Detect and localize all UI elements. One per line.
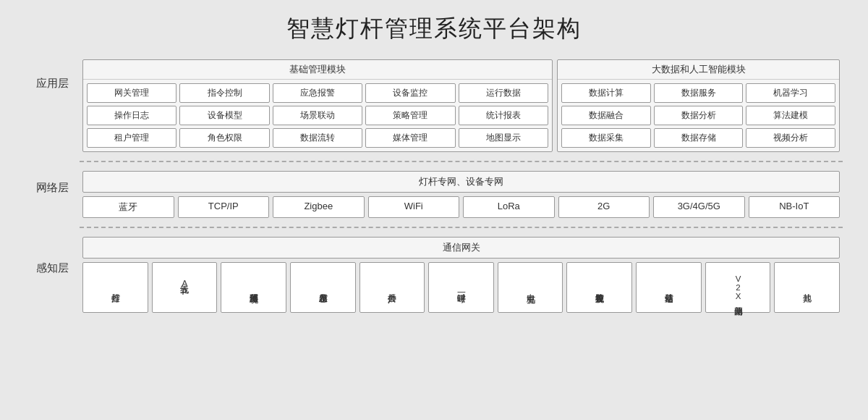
basic-module-cell: 角色权限 <box>179 128 269 148</box>
perception-cell: 视频监控设备 <box>566 262 632 313</box>
network-cell: Zigbee <box>273 196 365 218</box>
perception-layer: 感知层 通信网关 灯控器无线AP环境监测传感器信息发布屏公共广播一键呼叫充电桩视… <box>25 232 843 317</box>
perception-cell: V2X路侧单元 <box>705 262 771 313</box>
divider-2 <box>80 227 843 228</box>
network-layer: 网络层 灯杆专网、设备专网 蓝牙TCP/IPZigbeeWiFiLoRa2G3G… <box>25 167 843 222</box>
basic-module-cell: 数据流转 <box>273 128 362 148</box>
perception-layer-label: 感知层 <box>25 232 80 275</box>
page-title: 智慧灯杆管理系统平台架构 <box>286 0 582 55</box>
perception-cell: 公共广播 <box>359 262 425 313</box>
bigdata-module-cell: 数据采集 <box>561 128 651 148</box>
perception-cell: 信息发布屏 <box>290 262 356 313</box>
bigdata-module-cell: 数据计算 <box>561 83 651 103</box>
basic-module-cell: 租户管理 <box>87 128 176 148</box>
basic-module-cell: 操作日志 <box>87 106 176 125</box>
basic-module-cell: 地图显示 <box>459 128 548 148</box>
basic-module-body: 网关管理指令控制应急报警设备监控运行数据操作日志设备模型场景联动策略管理统计报表… <box>83 80 552 151</box>
network-cell: 3G/4G/5G <box>653 196 745 218</box>
application-layer-content: 基础管理模块 网关管理指令控制应急报警设备监控运行数据操作日志设备模型场景联动策… <box>80 55 843 156</box>
basic-module-cell: 媒体管理 <box>365 128 455 148</box>
network-main-box: 灯杆专网、设备专网 <box>82 171 840 193</box>
basic-module-cell: 策略管理 <box>365 106 455 125</box>
basic-module-cell: 设备模型 <box>179 106 269 125</box>
basic-module-cell: 统计报表 <box>459 106 548 125</box>
bigdata-module-cell: 数据分析 <box>654 106 744 125</box>
application-layer: 应用层 基础管理模块 网关管理指令控制应急报警设备监控运行数据操作日志设备模型场… <box>25 55 843 156</box>
basic-module-header: 基础管理模块 <box>83 60 552 80</box>
basic-module-cell: 指令控制 <box>179 83 269 103</box>
network-cell: 2G <box>558 196 650 218</box>
bigdata-module-body: 数据计算数据服务机器学习数据融合数据分析算法建模数据采集数据存储视频分析 <box>558 80 839 151</box>
application-layer-label: 应用层 <box>25 55 80 91</box>
network-items: 蓝牙TCP/IPZigbeeWiFiLoRa2G3G/4G/5GNB-IoT <box>82 196 840 218</box>
bigdata-module-cell: 算法建模 <box>746 106 835 125</box>
perception-cell: 环境监测传感器 <box>221 262 286 313</box>
bigdata-module-header: 大数据和人工智能模块 <box>558 60 839 80</box>
basic-module-cell: 运行数据 <box>459 83 548 103</box>
divider-1 <box>80 161 843 162</box>
perception-cell: 灯控器 <box>82 262 148 313</box>
basic-module-cell: 应急报警 <box>273 83 362 103</box>
network-cell: LoRa <box>463 196 555 218</box>
network-cell: WiFi <box>368 196 460 218</box>
architecture: 应用层 基础管理模块 网关管理指令控制应急报警设备监控运行数据操作日志设备模型场… <box>25 55 843 317</box>
bigdata-module-cell: 机器学习 <box>746 83 835 103</box>
bigdata-module-cell: 数据存储 <box>654 128 744 148</box>
basic-module: 基础管理模块 网关管理指令控制应急报警设备监控运行数据操作日志设备模型场景联动策… <box>82 59 553 152</box>
perception-cell: 无线AP <box>152 262 218 313</box>
perception-cell: 一键呼叫 <box>428 262 494 313</box>
perception-cell: 充电桩 <box>498 262 563 313</box>
bigdata-module-cell: 数据融合 <box>561 106 651 125</box>
perception-layer-content: 通信网关 灯控器无线AP环境监测传感器信息发布屏公共广播一键呼叫充电桩视频监控设… <box>80 232 843 317</box>
perception-cell: 其他 <box>774 262 840 313</box>
basic-module-cell: 网关管理 <box>87 83 176 103</box>
network-cell: 蓝牙 <box>82 196 174 218</box>
network-layer-content: 灯杆专网、设备专网 蓝牙TCP/IPZigbeeWiFiLoRa2G3G/4G/… <box>80 167 843 222</box>
network-cell: NB-IoT <box>749 196 841 218</box>
bigdata-module: 大数据和人工智能模块 数据计算数据服务机器学习数据融合数据分析算法建模数据采集数… <box>557 59 840 152</box>
perception-main-box: 通信网关 <box>82 237 840 259</box>
perception-items: 灯控器无线AP环境监测传感器信息发布屏公共广播一键呼叫充电桩视频监控设备通信基站… <box>82 262 840 313</box>
basic-module-cell: 设备监控 <box>365 83 455 103</box>
bigdata-module-cell: 视频分析 <box>746 128 835 148</box>
network-layer-label: 网络层 <box>25 167 80 195</box>
perception-cell: 通信基站 <box>636 262 702 313</box>
bigdata-module-cell: 数据服务 <box>654 83 744 103</box>
network-cell: TCP/IP <box>178 196 270 218</box>
basic-module-cell: 场景联动 <box>273 106 362 125</box>
